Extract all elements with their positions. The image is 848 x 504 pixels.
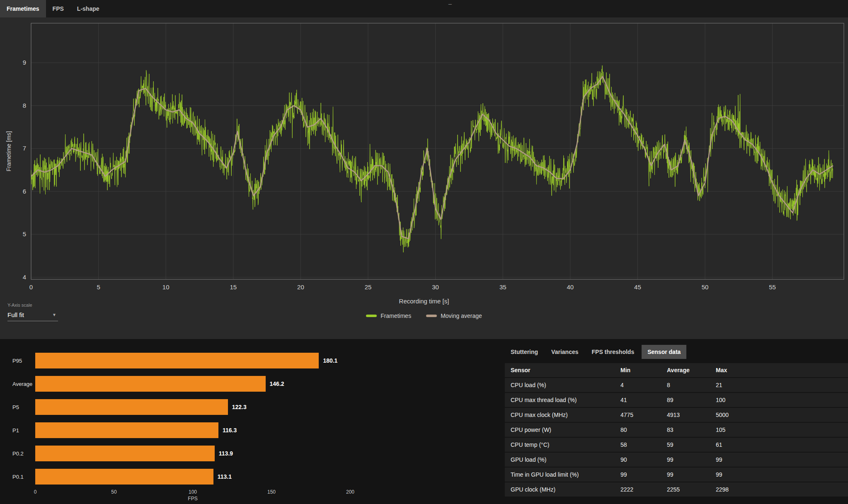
tab-l-shape[interactable]: L-shape	[70, 0, 106, 17]
fps-bar	[35, 446, 215, 461]
x-tick-label: 55	[769, 284, 776, 291]
sensor-header-cell: Min	[615, 367, 661, 373]
frametime-chart: 4567890510152025303540455055Frametime [m…	[0, 17, 848, 294]
fps-bar-rows: P95180.1Average146.2P5122.3P1116.3P0.211…	[12, 349, 477, 488]
bar-track: 116.3	[35, 422, 350, 438]
sensor-min-cell: 99	[615, 471, 661, 478]
bar-value-label: 116.3	[223, 427, 237, 434]
x-tick-label: 40	[567, 284, 574, 291]
fps-bar	[35, 422, 218, 438]
fps-axis-tick: 50	[111, 489, 116, 495]
table-row: CPU power (W)8083105	[505, 423, 848, 438]
bar-row: P0.2113.9	[12, 442, 477, 465]
sensor-avg-cell: 4913	[661, 412, 710, 418]
y-tick-label: 8	[23, 102, 26, 109]
bar-track: 122.3	[35, 399, 350, 415]
table-row: CPU temp (°C)585961	[505, 438, 848, 453]
sensor-name-cell: CPU temp (°C)	[505, 441, 615, 448]
fps-bar	[35, 469, 213, 485]
x-tick-label: 45	[634, 284, 641, 291]
sensor-header-cell: Average	[661, 367, 710, 373]
x-tick-label: 10	[162, 284, 170, 291]
tab-fps[interactable]: FPS	[46, 0, 70, 17]
sensor-name-cell: CPU max thread load (%)	[505, 397, 615, 403]
legend-item-moving-average[interactable]: Moving average	[426, 313, 482, 319]
sensor-max-cell: 61	[710, 441, 848, 448]
bar-value-label: 113.1	[218, 473, 232, 480]
sensor-tab-stuttering[interactable]: Stuttering	[505, 345, 544, 359]
bar-row: P5122.3	[12, 395, 477, 419]
sensor-name-cell: GPU clock (MHz)	[505, 486, 615, 493]
sensor-tab-variances[interactable]: Variances	[545, 345, 584, 359]
sensor-avg-cell: 89	[661, 397, 710, 403]
table-row: CPU max thread load (%)4189100	[505, 393, 848, 408]
fps-axis-tick: 100	[189, 489, 197, 495]
y-axis-scale-select[interactable]: Full fit ▼	[7, 309, 58, 321]
chart-legend: FrametimesMoving average	[0, 313, 848, 319]
x-tick-label: 30	[432, 284, 439, 291]
bar-track: 113.1	[35, 469, 350, 485]
x-tick-label: 0	[29, 284, 33, 291]
bar-row: P95180.1	[12, 349, 477, 372]
sensor-avg-cell: 59	[661, 441, 710, 448]
sensor-tab-bar: StutteringVariancesFPS thresholdsSensor …	[505, 345, 848, 359]
fps-bar	[35, 376, 266, 392]
bar-category-label: P95	[12, 358, 35, 364]
y-tick-label: 9	[23, 59, 26, 66]
x-tick-label: 35	[499, 284, 506, 291]
sensor-min-cell: 58	[615, 441, 661, 448]
bottom-region: P95180.1Average146.2P5122.3P1116.3P0.211…	[0, 339, 848, 504]
fps-axis-tick: 200	[346, 489, 354, 495]
bar-value-label: 180.1	[323, 357, 337, 364]
bar-category-label: P5	[12, 404, 35, 410]
top-tab-bar: _ FrametimesFPSL-shape	[0, 0, 848, 17]
sensor-name-cell: CPU max clock (MHz)	[505, 412, 615, 418]
x-tick-label: 15	[230, 284, 237, 291]
window-title-fragment: _	[448, 0, 452, 5]
bar-row: P1116.3	[12, 419, 477, 442]
sensor-header-cell: Sensor	[505, 367, 615, 373]
fps-axis-tick: 150	[267, 489, 276, 495]
table-row: CPU load (%)4821	[505, 378, 848, 393]
tab-frametimes[interactable]: Frametimes	[0, 0, 46, 17]
y-tick-label: 6	[23, 188, 26, 195]
sensor-avg-cell: 2255	[661, 486, 710, 493]
y-tick-label: 7	[23, 145, 26, 152]
sensor-name-cell: GPU load (%)	[505, 456, 615, 463]
y-axis-scale-control: Y-Axis scale Full fit ▼	[7, 303, 61, 321]
y-axis-title: Frametime [ms]	[5, 131, 12, 171]
sensor-table: SensorMinAverageMaxCPU load (%)4821CPU m…	[505, 363, 848, 497]
x-tick-label: 5	[97, 284, 100, 291]
y-tick-label: 4	[23, 274, 26, 281]
y-axis-scale-value: Full fit	[7, 311, 24, 318]
sensor-min-cell: 90	[615, 456, 661, 463]
table-row: GPU load (%)909999	[505, 453, 848, 468]
sensor-tab-sensor-data[interactable]: Sensor data	[642, 345, 686, 359]
legend-swatch	[366, 315, 377, 317]
sensor-name-cell: CPU power (W)	[505, 426, 615, 433]
sensor-min-cell: 4	[615, 382, 661, 388]
fps-axis-tick: 0	[34, 489, 37, 495]
legend-label: Frametimes	[380, 313, 411, 319]
table-row: Time in GPU load limit (%)999999	[505, 468, 848, 482]
fps-bar-axis: 050100150200	[35, 489, 350, 496]
y-tick-label: 5	[23, 230, 26, 237]
sensor-min-cell: 2222	[615, 486, 661, 493]
bar-category-label: Average	[12, 381, 35, 387]
sensor-avg-cell: 83	[661, 426, 710, 433]
bar-category-label: P0.1	[12, 474, 35, 480]
bar-value-label: 146.2	[270, 380, 284, 387]
x-axis-title: Recording time [s]	[0, 298, 848, 306]
table-row: GPU clock (MHz)222222552298	[505, 482, 848, 497]
sensor-tab-fps-thresholds[interactable]: FPS thresholds	[586, 345, 640, 359]
chevron-down-icon: ▼	[52, 313, 56, 317]
bar-value-label: 122.3	[232, 404, 247, 410]
y-axis-scale-label: Y-Axis scale	[7, 303, 61, 308]
sensor-panel: StutteringVariancesFPS thresholdsSensor …	[477, 345, 848, 504]
x-tick-label: 50	[702, 284, 709, 291]
sensor-avg-cell: 8	[661, 382, 710, 388]
sensor-name-cell: CPU load (%)	[505, 382, 615, 388]
bar-track: 146.2	[35, 376, 350, 392]
legend-item-frametimes[interactable]: Frametimes	[366, 313, 411, 319]
sensor-max-cell: 100	[710, 397, 848, 403]
